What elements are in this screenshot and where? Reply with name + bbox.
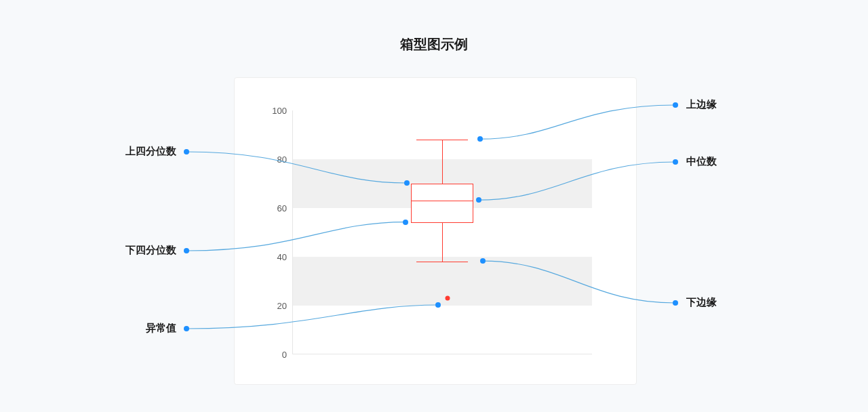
callout-dot-q1 — [403, 220, 408, 225]
whisker-lower — [442, 223, 443, 262]
label-upper-whisker: 上边缘 — [686, 98, 717, 111]
y-tick-20: 20 — [260, 301, 287, 311]
label-dot-max — [673, 102, 678, 108]
label-upper-quartile: 上四分位数 — [125, 145, 176, 158]
y-tick-40: 40 — [260, 252, 287, 262]
chart-title: 箱型图示例 — [0, 35, 868, 54]
plot-area: 0 20 40 60 80 100 — [292, 110, 592, 354]
callout-dot-outlier — [435, 302, 441, 308]
whisker-cap-lower — [416, 262, 468, 262]
grid-band — [292, 257, 592, 306]
y-tick-0: 0 — [260, 350, 287, 360]
label-lower-quartile: 下四分位数 — [125, 244, 176, 257]
y-tick-60: 60 — [260, 203, 287, 213]
x-axis — [292, 354, 592, 354]
label-lower-whisker: 下边缘 — [686, 296, 717, 309]
y-axis — [292, 110, 293, 354]
y-tick-80: 80 — [260, 154, 287, 165]
label-dot-median — [673, 159, 678, 165]
label-dot-outlier — [184, 326, 189, 331]
label-median: 中位数 — [686, 155, 717, 168]
chart-card: 0 20 40 60 80 100 — [234, 77, 637, 385]
label-outlier: 异常值 — [146, 322, 176, 335]
label-dot-q1 — [184, 248, 189, 253]
label-dot-q3 — [184, 149, 189, 154]
page: 箱型图示例 0 20 40 60 80 100 — [0, 0, 868, 412]
whisker-upper — [442, 140, 443, 184]
callout-dot-max — [477, 136, 483, 142]
outlier-point — [446, 296, 450, 301]
box — [411, 184, 473, 223]
callout-dot-q3 — [404, 180, 410, 186]
callout-dot-min — [480, 258, 486, 264]
callout-dot-median — [476, 197, 481, 203]
y-tick-100: 100 — [260, 106, 287, 116]
label-dot-min — [673, 300, 678, 306]
median-line — [411, 201, 473, 201]
